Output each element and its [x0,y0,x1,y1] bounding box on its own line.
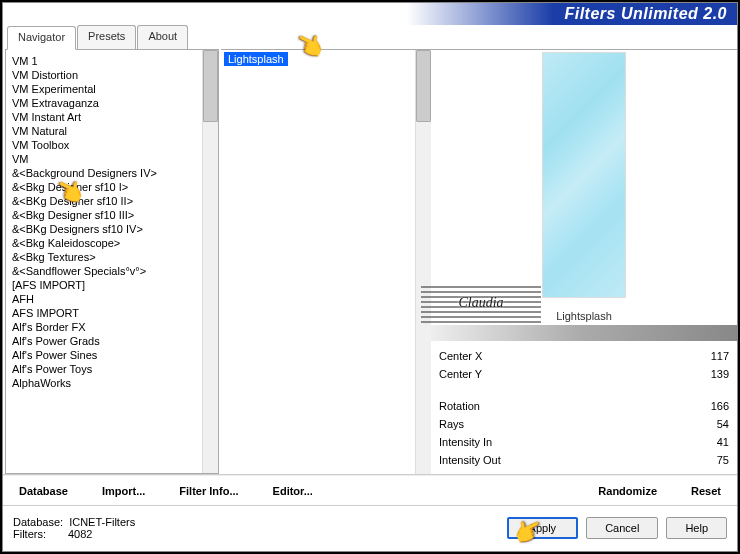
param-row[interactable]: Center X117 [439,347,729,365]
param-value: 139 [711,368,729,380]
toolbar-reset[interactable]: Reset [691,485,721,497]
param-row[interactable]: Intensity Out75 [439,451,729,469]
preview-image [542,52,626,298]
app-title: Filters Unlimited 2.0 [564,5,727,23]
footer: Database:ICNET-Filters Filters:4082 Appl… [3,505,737,549]
category-item[interactable]: &<Bkg Kaleidoscope> [12,236,202,250]
toolbar-editor[interactable]: Editor... [273,485,313,497]
category-item[interactable]: &<Background Designers IV> [12,166,202,180]
category-item[interactable]: &<Sandflower Specials°v°> [12,264,202,278]
category-item[interactable]: &<BKg Designer sf10 II> [12,194,202,208]
filter-panel: Lightsplash 👉 [221,49,431,474]
toolbar-randomize[interactable]: Randomize [598,485,657,497]
status-info: Database:ICNET-Filters Filters:4082 [13,516,135,540]
category-item[interactable]: VM [12,152,202,166]
dialog-window: Filters Unlimited 2.0 Navigator Presets … [2,2,738,552]
dialog-buttons: Apply Cancel Help [507,517,727,539]
preview-panel: Lightsplash Center X117Center Y139Rotati… [431,49,737,474]
category-item[interactable]: Alf's Power Toys [12,362,202,376]
toolbar-filter-info[interactable]: Filter Info... [179,485,238,497]
category-item[interactable]: [AFS IMPORT] [12,278,202,292]
category-item[interactable]: VM Distortion [12,68,202,82]
main-area: Navigator Presets About VM 1VM Distortio… [3,25,737,475]
param-name: Intensity Out [439,454,501,466]
param-name: Rays [439,418,464,430]
param-value: 54 [717,418,729,430]
scrollbar[interactable] [415,50,431,474]
category-item[interactable]: VM Toolbox [12,138,202,152]
toolbar-database[interactable]: Database [19,485,68,497]
category-item[interactable]: &<Bkg Designer sf10 I> [12,180,202,194]
slider-gradient[interactable] [431,325,737,341]
parameter-list: Center X117Center Y139Rotation166Rays54I… [431,341,737,469]
param-name: Rotation [439,400,480,412]
category-item[interactable]: VM Experimental [12,82,202,96]
param-value: 41 [717,436,729,448]
category-item[interactable]: &<Bkg Textures> [12,250,202,264]
tab-about[interactable]: About [137,25,188,49]
category-item[interactable]: Alf's Power Grads [12,334,202,348]
param-row[interactable]: Intensity In41 [439,433,729,451]
scrollbar[interactable] [202,50,218,473]
category-item[interactable]: AFS IMPORT [12,306,202,320]
navigator-panel: Navigator Presets About VM 1VM Distortio… [3,25,221,474]
category-list[interactable]: VM 1VM DistortionVM ExperimentalVM Extra… [6,50,202,473]
category-item[interactable]: AlphaWorks [12,376,202,390]
param-value: 75 [717,454,729,466]
category-item[interactable]: VM Instant Art [12,110,202,124]
help-button[interactable]: Help [666,517,727,539]
category-item[interactable]: VM Natural [12,124,202,138]
category-item[interactable]: Alf's Border FX [12,320,202,334]
filter-list[interactable]: Lightsplash [221,50,415,474]
filter-item-selected[interactable]: Lightsplash [224,52,288,66]
category-item[interactable]: AFH [12,292,202,306]
category-item[interactable]: VM Extravaganza [12,96,202,110]
toolbar: Database Import... Filter Info... Editor… [3,475,737,505]
category-item[interactable]: VM 1 [12,54,202,68]
param-row[interactable]: Rotation166 [439,397,729,415]
apply-button[interactable]: Apply [507,517,579,539]
category-item[interactable]: &<Bkg Designer sf10 III> [12,208,202,222]
category-item[interactable]: &<BKg Designers sf10 IV> [12,222,202,236]
param-name: Intensity In [439,436,492,448]
category-item[interactable]: Alf's Power Sines [12,348,202,362]
preview-area [431,49,737,307]
toolbar-import[interactable]: Import... [102,485,145,497]
title-bar: Filters Unlimited 2.0 [3,3,737,25]
tab-strip: Navigator Presets About [3,25,221,49]
watermark: Claudia [421,283,541,323]
param-row[interactable]: Rays54 [439,415,729,433]
param-name: Center Y [439,368,482,380]
tab-navigator[interactable]: Navigator [7,26,76,50]
param-row[interactable]: Center Y139 [439,365,729,383]
param-name: Center X [439,350,482,362]
cancel-button[interactable]: Cancel [586,517,658,539]
param-value: 166 [711,400,729,412]
tab-presets[interactable]: Presets [77,25,136,49]
param-value: 117 [711,350,729,362]
category-list-wrap: VM 1VM DistortionVM ExperimentalVM Extra… [5,49,219,474]
